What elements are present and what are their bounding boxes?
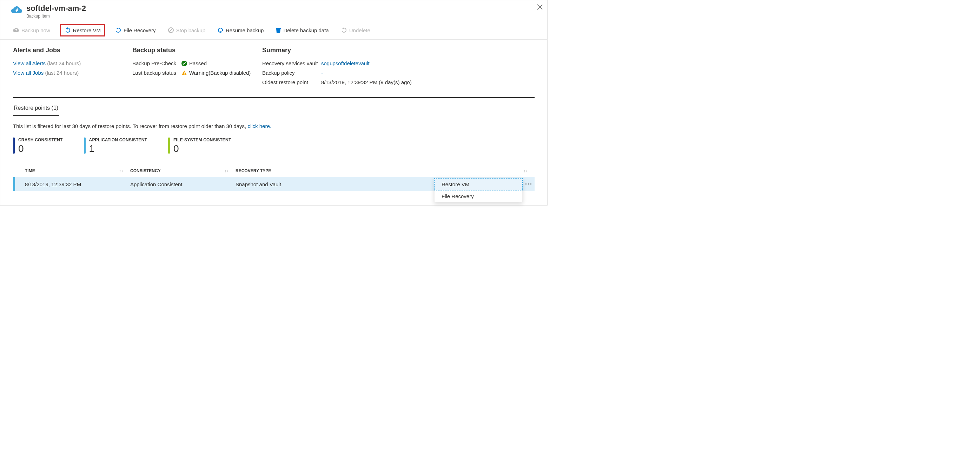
tabs: Restore points (1): [13, 103, 535, 116]
svg-rect-4: [184, 74, 185, 75]
bar-icon: [13, 138, 15, 154]
stop-backup-button: Stop backup: [165, 25, 207, 35]
bar-icon: [84, 138, 86, 154]
cell-consistency: Application Consistent: [130, 181, 235, 187]
undelete-button: Undelete: [339, 25, 372, 35]
file-recovery-label: File Recovery: [124, 27, 156, 33]
vault-link[interactable]: sogupsoftdeletevault: [321, 60, 370, 66]
precheck-value: Passed: [189, 60, 207, 66]
filesystem-consistent-counter: FILE-SYSTEM CONSISTENT 0: [168, 138, 231, 154]
col-time-label: TIME: [25, 168, 35, 173]
app-value: 1: [89, 143, 148, 154]
table-header: TIME ↑↓ CONSISTENCY ↑↓ RECOVERY TYPE ↑↓: [13, 165, 535, 177]
cell-time: 8/13/2019, 12:39:32 PM: [25, 181, 130, 187]
col-consistency-label: CONSISTENCY: [130, 168, 161, 173]
cloud-icon: [11, 6, 23, 15]
delete-backup-data-button[interactable]: Delete backup data: [274, 25, 331, 35]
backup-now-button: Backup now: [11, 26, 52, 35]
undo-icon: [115, 27, 121, 33]
delete-backup-data-label: Delete backup data: [283, 27, 329, 33]
bar-icon: [168, 138, 170, 154]
summary-section: Summary Recovery services vault sogupsof…: [262, 47, 412, 89]
section-divider: [13, 97, 535, 98]
col-time[interactable]: TIME ↑↓: [25, 168, 130, 173]
ban-icon: [168, 27, 174, 33]
blade-header: softdel-vm-am-2 Backup Item: [0, 0, 547, 21]
fs-label: FILE-SYSTEM CONSISTENT: [173, 138, 231, 142]
undo-icon: [341, 27, 347, 33]
policy-link[interactable]: -: [321, 70, 323, 76]
svg-rect-3: [184, 72, 185, 74]
restore-vm-label: Restore VM: [73, 27, 101, 33]
close-icon[interactable]: [537, 4, 543, 10]
row-accent-bar: [13, 177, 15, 191]
status-title: Backup status: [132, 47, 262, 54]
restore-points-table: TIME ↑↓ CONSISTENCY ↑↓ RECOVERY TYPE ↑↓ …: [13, 165, 535, 191]
backup-item-blade: softdel-vm-am-2 Backup Item Backup now R…: [0, 0, 547, 206]
application-consistent-counter: APPLICATION CONSISTENT 1: [84, 138, 148, 154]
last-backup-value: Warning(Backup disabled): [189, 70, 251, 76]
summary-title: Summary: [262, 47, 412, 54]
fs-value: 0: [173, 143, 231, 154]
tab-restore-points[interactable]: Restore points (1): [13, 103, 59, 116]
crash-value: 0: [18, 143, 63, 154]
stop-backup-label: Stop backup: [176, 27, 205, 33]
row-context-menu: Restore VM File Recovery: [434, 178, 523, 202]
crash-consistent-counter: CRASH CONSISTENT 0: [13, 138, 63, 154]
filter-note-text: This list is filtered for last 30 days o…: [13, 123, 247, 129]
col-consistency[interactable]: CONSISTENCY ↑↓: [130, 168, 235, 173]
page-subtitle: Backup Item: [26, 14, 86, 19]
backup-status-section: Backup status Backup Pre-Check Passed La…: [132, 47, 262, 89]
backup-now-label: Backup now: [21, 27, 50, 33]
view-all-alerts-link[interactable]: View all Alerts: [13, 60, 46, 66]
view-all-jobs-suffix: (last 24 hours): [45, 70, 79, 76]
filter-note-link[interactable]: click here.: [247, 123, 271, 129]
policy-label: Backup policy: [262, 70, 321, 76]
sort-icon: ↑↓: [523, 168, 528, 173]
menu-restore-vm[interactable]: Restore VM: [434, 178, 523, 191]
file-recovery-button[interactable]: File Recovery: [113, 25, 158, 35]
view-all-jobs-link[interactable]: View all Jobs: [13, 70, 43, 76]
restore-vm-button[interactable]: Restore VM: [60, 24, 105, 37]
undelete-label: Undelete: [349, 27, 370, 33]
row-more-button[interactable]: ···: [525, 181, 533, 188]
svg-line-1: [169, 29, 173, 32]
alerts-and-jobs-section: Alerts and Jobs View all Alerts (last 24…: [13, 47, 132, 89]
resume-backup-button[interactable]: Resume backup: [215, 25, 266, 35]
precheck-label: Backup Pre-Check: [132, 60, 181, 66]
col-recovery[interactable]: RECOVERY TYPE ↑↓: [235, 168, 535, 173]
command-bar: Backup now Restore VM File Recovery Stop…: [0, 21, 547, 40]
app-label: APPLICATION CONSISTENT: [89, 138, 148, 142]
vault-label: Recovery services vault: [262, 60, 321, 66]
cloud-upload-icon: [13, 28, 19, 33]
sort-icon: ↑↓: [119, 168, 123, 173]
filter-note: This list is filtered for last 30 days o…: [13, 123, 535, 129]
alerts-title: Alerts and Jobs: [13, 47, 132, 54]
resume-backup-label: Resume backup: [226, 27, 264, 33]
undo-icon: [65, 27, 71, 33]
oldest-label: Oldest restore point: [262, 79, 321, 85]
last-backup-label: Last backup status: [132, 70, 181, 76]
view-all-alerts-suffix: (last 24 hours): [47, 60, 81, 66]
check-circle-icon: [181, 61, 187, 66]
consistency-counters: CRASH CONSISTENT 0 APPLICATION CONSISTEN…: [13, 138, 535, 154]
sort-icon: ↑↓: [224, 168, 229, 173]
warning-icon: [181, 70, 187, 76]
trash-icon: [275, 27, 281, 33]
col-recovery-label: RECOVERY TYPE: [235, 168, 271, 173]
crash-label: CRASH CONSISTENT: [18, 138, 63, 142]
menu-file-recovery[interactable]: File Recovery: [434, 191, 523, 202]
refresh-icon: [217, 27, 224, 33]
oldest-value: 8/13/2019, 12:39:32 PM (9 day(s) ago): [321, 79, 412, 85]
page-title: softdel-vm-am-2: [26, 4, 86, 13]
